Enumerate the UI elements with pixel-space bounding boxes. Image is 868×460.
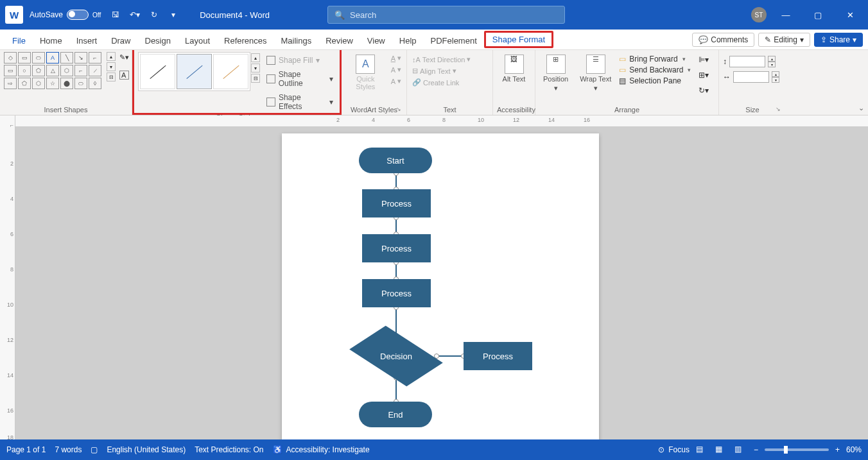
style-option-2[interactable] — [177, 54, 212, 89]
style-gallery-up[interactable]: ▴ — [251, 53, 260, 62]
flowchart-process-3[interactable]: Process — [362, 279, 431, 307]
text-predictions-status[interactable]: Text Predictions: On — [195, 445, 263, 454]
flowchart-process-1[interactable]: Process — [362, 189, 431, 217]
flowchart-start[interactable]: Start — [359, 148, 432, 173]
read-mode-icon[interactable]: ▤ — [696, 445, 709, 455]
bring-forward-button[interactable]: ▭Bring Forward▾ — [619, 55, 691, 64]
dialog-launcher-icon[interactable]: ↘ — [396, 106, 401, 112]
language-status[interactable]: English (United States) — [107, 445, 186, 454]
web-layout-icon[interactable]: ▥ — [734, 445, 747, 455]
tab-insert[interactable]: Insert — [69, 32, 105, 49]
shape-option[interactable]: ⬠ — [32, 65, 45, 76]
zoom-in-button[interactable]: + — [835, 445, 840, 454]
user-avatar[interactable]: ST — [751, 7, 767, 22]
selection-pane-button[interactable]: ▤Selection Pane — [619, 76, 691, 85]
connector[interactable] — [395, 217, 397, 234]
gallery-up[interactable]: ▴ — [107, 52, 116, 61]
spin-down[interactable]: ▾ — [768, 62, 776, 67]
dialog-launcher-icon[interactable]: ↘ — [776, 106, 781, 112]
shape-option[interactable]: ◊ — [89, 78, 101, 89]
share-button[interactable]: ⇪Share▾ — [814, 33, 863, 47]
text-box-button[interactable]: A — [119, 71, 129, 80]
shape-option[interactable]: ⬭ — [32, 52, 45, 64]
shape-option[interactable]: ╲ — [60, 52, 73, 64]
redo-icon[interactable]: ↻ — [147, 8, 161, 22]
style-option-1[interactable] — [140, 54, 175, 89]
spin-up[interactable]: ▴ — [772, 71, 779, 77]
height-input[interactable]: ↕▴▾ — [723, 56, 779, 67]
shape-option[interactable]: ⬡ — [60, 65, 73, 76]
rotate-menu-button[interactable]: ↻▾ — [699, 86, 714, 98]
shape-option[interactable]: ⇨ — [4, 78, 17, 89]
alt-text-button[interactable]: 🖼 Alt Text — [499, 52, 530, 85]
shape-effects-button[interactable]: Shape Effects▾ — [264, 92, 336, 112]
shape-option[interactable]: ▭ — [18, 52, 31, 64]
connector[interactable] — [437, 355, 464, 357]
document-canvas[interactable]: 2 4 6 8 10 12 14 16 Start Process Proces… — [15, 115, 868, 439]
shape-fill-button[interactable]: Shape Fill▾ — [264, 55, 336, 66]
shape-option[interactable]: ⬡ — [32, 78, 45, 89]
tab-review[interactable]: Review — [318, 32, 360, 49]
shape-option[interactable]: ☆ — [46, 78, 59, 89]
save-icon[interactable]: 🖫 — [108, 8, 123, 22]
collapse-ribbon-icon[interactable]: ⌄ — [858, 104, 864, 112]
tab-design[interactable]: Design — [138, 32, 178, 49]
comments-button[interactable]: 💬Comments — [692, 33, 754, 47]
shape-option[interactable]: ↘ — [74, 52, 87, 64]
zoom-level[interactable]: 60% — [846, 445, 862, 454]
wrap-text-button[interactable]: ☰Wrap Text▾ — [576, 52, 615, 95]
qat-custom-icon[interactable]: ▾ — [166, 8, 180, 22]
shape-option[interactable]: ◇ — [4, 52, 17, 64]
shape-option[interactable]: ▭ — [4, 65, 17, 76]
autosave-toggle[interactable]: AutoSave Off — [30, 10, 101, 20]
shape-option[interactable]: ⬠ — [18, 78, 31, 89]
minimize-button[interactable]: — — [773, 5, 799, 24]
send-backward-button[interactable]: ▭Send Backward▾ — [619, 65, 691, 74]
connector[interactable] — [395, 173, 397, 189]
position-button[interactable]: ⊞Position▾ — [539, 52, 572, 95]
flowchart-end[interactable]: End — [359, 402, 432, 427]
close-button[interactable]: ✕ — [837, 5, 863, 24]
focus-mode-button[interactable]: ⊙Focus — [658, 445, 690, 454]
shape-option[interactable]: ⟋ — [89, 65, 101, 76]
tab-shape-format[interactable]: Shape Format — [484, 31, 553, 48]
print-layout-icon[interactable]: ▦ — [715, 445, 728, 455]
accessibility-status[interactable]: ♿Accessibility: Investigate — [273, 445, 370, 454]
group-menu-button[interactable]: ⊞▾ — [699, 71, 714, 82]
spin-up[interactable]: ▴ — [768, 56, 776, 62]
shape-option[interactable]: ⬭ — [74, 78, 87, 89]
editing-button[interactable]: ✎Editing▾ — [758, 33, 810, 47]
toggle-switch[interactable] — [67, 10, 89, 20]
gallery-down[interactable]: ▾ — [107, 62, 116, 71]
spellcheck-icon[interactable]: ▢ — [91, 445, 98, 454]
style-gallery[interactable] — [138, 52, 250, 91]
style-option-3[interactable] — [213, 54, 248, 89]
shape-option[interactable]: ⌐ — [89, 52, 101, 64]
edit-shape-button[interactable]: ✎▾ — [119, 53, 129, 62]
style-gallery-more[interactable]: ⊟ — [251, 74, 260, 83]
shape-option[interactable]: △ — [46, 65, 59, 76]
connector[interactable] — [395, 262, 397, 279]
search-box[interactable]: 🔍 Search — [327, 6, 565, 24]
shape-gallery[interactable]: ◇▭⬭A╲↘⌐ ▭○⬠△⬡⌐⟋ ⇨⬠⬡☆⬤⬭◊ — [4, 52, 101, 89]
tab-help[interactable]: Help — [392, 32, 424, 49]
shape-outline-button[interactable]: Shape Outline▾ — [264, 69, 336, 89]
undo-icon[interactable]: ↶▾ — [128, 8, 142, 22]
style-gallery-down[interactable]: ▾ — [251, 64, 260, 72]
gallery-more[interactable]: ⊟ — [107, 72, 116, 81]
align-menu-button[interactable]: ⊫▾ — [699, 55, 714, 67]
shape-option[interactable]: ⬤ — [60, 78, 73, 89]
spin-down[interactable]: ▾ — [772, 77, 779, 83]
flowchart-decision[interactable]: Decision — [356, 330, 437, 382]
tab-mailings[interactable]: Mailings — [274, 32, 319, 49]
page-status[interactable]: Page 1 of 1 — [6, 445, 46, 454]
flowchart-process-2[interactable]: Process — [362, 234, 431, 262]
shape-option[interactable]: ⌐ — [74, 65, 87, 76]
word-count[interactable]: 7 words — [55, 445, 82, 454]
tab-references[interactable]: References — [217, 32, 273, 49]
flowchart-process-4[interactable]: Process — [464, 342, 532, 370]
tab-layout[interactable]: Layout — [178, 32, 217, 49]
tab-home[interactable]: Home — [33, 32, 69, 49]
shape-option[interactable]: ○ — [18, 65, 31, 76]
maximize-button[interactable]: ▢ — [805, 5, 831, 24]
